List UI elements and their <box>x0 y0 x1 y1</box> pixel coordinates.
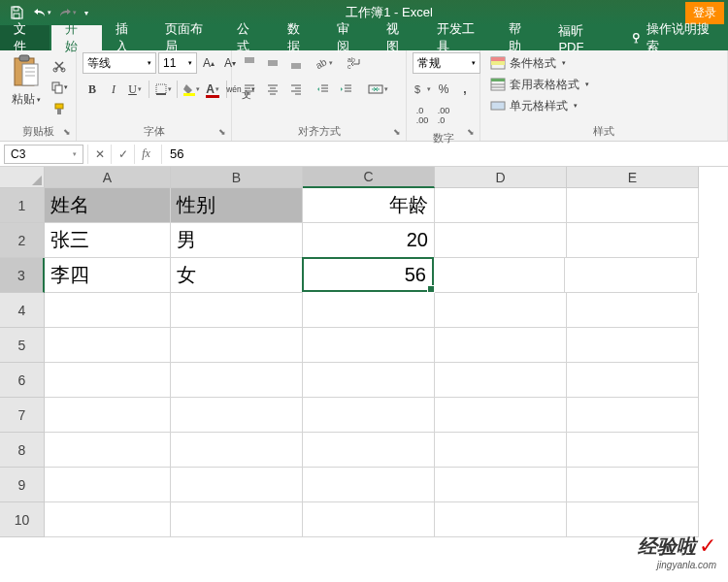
cell-E2[interactable] <box>567 223 699 258</box>
tab-layout[interactable]: 页面布局 <box>151 25 224 50</box>
row-header-7[interactable]: 7 <box>0 398 45 433</box>
tab-review[interactable]: 审阅 <box>323 25 373 50</box>
cell-D8[interactable] <box>435 433 567 468</box>
cell-E1[interactable] <box>567 188 699 223</box>
cell-C4[interactable] <box>303 293 435 328</box>
cell-C7[interactable] <box>303 398 435 433</box>
cell-C3[interactable]: 56 <box>302 257 434 292</box>
accounting-button[interactable]: $▾ <box>413 79 432 100</box>
font-size-select[interactable]: 11▾ <box>158 52 197 74</box>
cell-A2[interactable]: 张三 <box>45 223 171 258</box>
row-header-9[interactable]: 9 <box>0 468 45 502</box>
number-launcher[interactable]: ⬊ <box>464 125 478 139</box>
cell-D5[interactable] <box>435 328 567 363</box>
cell-A9[interactable] <box>45 468 171 502</box>
border-button[interactable]: ▾ <box>153 79 173 100</box>
enter-formula-button[interactable]: ✓ <box>111 145 134 164</box>
row-header-10[interactable]: 10 <box>0 502 45 537</box>
col-header-B[interactable]: B <box>171 167 303 188</box>
cell-C5[interactable] <box>303 328 435 363</box>
cell-B1[interactable]: 性别 <box>171 188 303 223</box>
wrap-text-button[interactable]: abc <box>343 52 366 74</box>
row-header-4[interactable]: 4 <box>0 293 45 328</box>
row-header-5[interactable]: 5 <box>0 328 45 363</box>
tab-data[interactable]: 数据 <box>274 25 323 50</box>
align-top-button[interactable] <box>238 52 261 74</box>
cell-A7[interactable] <box>45 398 171 433</box>
cell-C9[interactable] <box>303 468 435 502</box>
cell-C8[interactable] <box>303 433 435 468</box>
cell-D6[interactable] <box>435 363 567 398</box>
cell-D1[interactable] <box>435 188 567 223</box>
cell-A6[interactable] <box>45 363 171 398</box>
cell-A8[interactable] <box>45 433 171 468</box>
cancel-formula-button[interactable]: ✕ <box>87 145 111 164</box>
row-header-1[interactable]: 1 <box>0 188 45 223</box>
cell-E4[interactable] <box>567 293 699 328</box>
cell-B2[interactable]: 男 <box>171 223 303 258</box>
increase-indent-button[interactable] <box>335 79 358 100</box>
tab-home[interactable]: 开始 <box>51 25 101 50</box>
row-header-8[interactable]: 8 <box>0 433 45 468</box>
cell-E6[interactable] <box>567 363 699 398</box>
tab-developer[interactable]: 开发工具 <box>423 25 496 50</box>
cell-C1[interactable]: 年龄 <box>303 188 435 223</box>
cell-B8[interactable] <box>171 433 303 468</box>
underline-button[interactable]: U▾ <box>125 79 145 100</box>
increase-font-button[interactable]: A▴ <box>199 52 218 74</box>
cell-E8[interactable] <box>567 433 699 468</box>
cell-A5[interactable] <box>45 328 171 363</box>
paste-button[interactable]: 粘贴▾ <box>6 52 47 108</box>
cell-A3[interactable]: 李四 <box>45 258 171 293</box>
cell-B7[interactable] <box>171 398 303 433</box>
cell-B4[interactable] <box>171 293 303 328</box>
tab-insert[interactable]: 插入 <box>102 25 151 50</box>
cell-B10[interactable] <box>171 502 303 537</box>
align-right-button[interactable] <box>284 79 308 100</box>
cell-B9[interactable] <box>171 468 303 502</box>
cell-C6[interactable] <box>303 363 435 398</box>
cell-B5[interactable] <box>171 328 303 363</box>
decrease-decimal-button[interactable]: .00.0 <box>434 105 453 126</box>
align-middle-button[interactable] <box>261 52 284 74</box>
percent-button[interactable]: % <box>434 79 453 100</box>
cell-E9[interactable] <box>567 468 699 502</box>
cell-D2[interactable] <box>435 223 567 258</box>
cell-A4[interactable] <box>45 293 171 328</box>
decrease-indent-button[interactable] <box>312 79 335 100</box>
col-header-C[interactable]: C <box>303 167 435 188</box>
cell-E5[interactable] <box>567 328 699 363</box>
cell-D9[interactable] <box>435 468 567 502</box>
cell-D3[interactable] <box>433 258 565 293</box>
tab-help[interactable]: 帮助 <box>495 25 545 50</box>
cell-E7[interactable] <box>567 398 699 433</box>
cell-styles-button[interactable]: 单元格样式▾ <box>486 95 581 116</box>
select-all-corner[interactable] <box>0 167 45 188</box>
increase-decimal-button[interactable]: .0.00 <box>413 105 432 126</box>
comma-button[interactable]: , <box>455 79 475 100</box>
font-name-select[interactable]: 等线▾ <box>83 52 156 74</box>
tab-foxit[interactable]: 福昕PDF <box>545 25 617 50</box>
tab-formulas[interactable]: 公式 <box>223 25 273 50</box>
orientation-button[interactable]: ab▾ <box>312 52 335 74</box>
format-painter-button[interactable] <box>49 99 70 118</box>
bold-button[interactable]: B <box>83 79 102 100</box>
row-header-6[interactable]: 6 <box>0 363 45 398</box>
merge-button[interactable]: ▾ <box>366 79 389 100</box>
cell-D4[interactable] <box>435 293 567 328</box>
name-box[interactable]: C3▾ <box>4 145 83 164</box>
cell-A1[interactable]: 姓名 <box>45 188 171 223</box>
tab-view[interactable]: 视图 <box>373 25 422 50</box>
col-header-E[interactable]: E <box>567 167 699 188</box>
fill-color-button[interactable]: ▾ <box>182 79 201 100</box>
cell-D7[interactable] <box>435 398 567 433</box>
tab-file[interactable]: 文件 <box>0 25 50 50</box>
cut-button[interactable] <box>49 56 70 76</box>
cell-E3[interactable] <box>565 258 697 293</box>
align-bottom-button[interactable] <box>284 52 308 74</box>
italic-button[interactable]: I <box>104 79 123 100</box>
clipboard-launcher[interactable]: ⬊ <box>60 125 74 139</box>
cell-A10[interactable] <box>45 502 171 537</box>
fx-button[interactable]: fx <box>134 145 157 164</box>
col-header-A[interactable]: A <box>45 167 171 188</box>
